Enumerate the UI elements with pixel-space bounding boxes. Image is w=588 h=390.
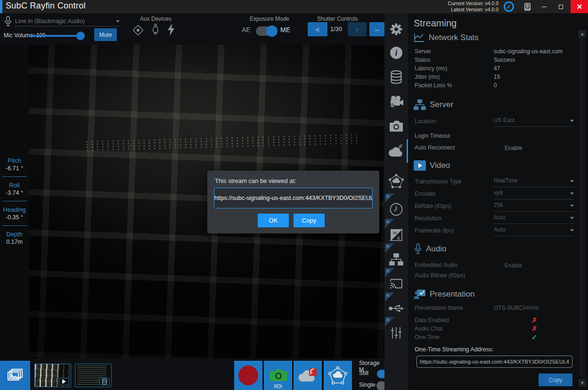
chevron-down-icon bbox=[570, 192, 574, 195]
panel-copy-button[interactable]: Copy bbox=[539, 373, 572, 386]
flag-label: Audio Chat bbox=[415, 325, 442, 332]
green-camera-icon bbox=[269, 369, 287, 382]
divider bbox=[2, 225, 27, 226]
one-time-check-icon: ✓ bbox=[531, 333, 538, 341]
audio-heading: Audio bbox=[414, 243, 446, 255]
update-check-icon[interactable]: ✓ bbox=[504, 1, 514, 12]
embedded-audio-label: Embedded Audio bbox=[415, 262, 457, 268]
sidebar-item-adjustments[interactable]: R bbox=[384, 321, 408, 345]
network-stats-heading: Network Stats bbox=[414, 33, 479, 42]
enable-label: Enable bbox=[505, 145, 522, 151]
chevron-down-icon bbox=[570, 120, 574, 122]
enable-label: Enable bbox=[505, 262, 522, 269]
title-accent bbox=[0, 0, 2, 13]
mic-volume-slider[interactable] bbox=[29, 35, 82, 37]
panel-title: Streaming bbox=[414, 18, 457, 29]
mic-volume-knob[interactable] bbox=[76, 32, 85, 40]
record-button[interactable] bbox=[234, 361, 262, 390]
dialog-url-field[interactable] bbox=[214, 188, 373, 208]
audio-input-underline bbox=[14, 26, 122, 26]
stream-cloud-button[interactable] bbox=[294, 361, 322, 390]
stat-value: Success bbox=[494, 57, 515, 63]
sidebar-item-storage[interactable] bbox=[384, 65, 408, 90]
video-row-select[interactable]: RealTime bbox=[494, 177, 518, 184]
gallery-icon bbox=[7, 368, 23, 382]
line-chart-icon bbox=[414, 33, 425, 42]
maximize-button[interactable] bbox=[554, 0, 568, 13]
sidebar-item-streaming[interactable] bbox=[384, 139, 408, 163]
chevron-down-icon bbox=[570, 205, 574, 207]
strobe-icon[interactable] bbox=[167, 24, 175, 38]
capture-still-button[interactable]: RDI bbox=[264, 361, 292, 390]
latest-version: Latest Version: v4.0.0 bbox=[448, 7, 498, 13]
dialog-ok-button[interactable]: OK bbox=[258, 214, 289, 227]
scroll-up-icon[interactable]: ▲ bbox=[579, 30, 586, 38]
cast-icon bbox=[389, 278, 403, 290]
flag-label: One-Time bbox=[415, 334, 440, 340]
one-time-address-field[interactable] bbox=[416, 356, 572, 368]
log-book-icon[interactable] bbox=[520, 0, 534, 13]
presentation-name-label: Presentation Name bbox=[415, 305, 463, 311]
shutter-prev-button[interactable]: < bbox=[308, 22, 327, 36]
telemetry-depth: Depth 0.17m bbox=[0, 231, 29, 245]
sidebar-item-info[interactable]: i bbox=[384, 41, 408, 65]
aux-devices-label: Aux Devices bbox=[140, 16, 172, 22]
log-thumbnail[interactable] bbox=[75, 364, 112, 387]
sidebar-item-overlay[interactable] bbox=[384, 169, 408, 193]
storage-mode-group: Storage M Still Single bbox=[359, 360, 384, 373]
video-row-label: Resolution bbox=[415, 215, 441, 222]
dropdown-underline bbox=[494, 187, 574, 187]
version-info: Current Version: v4.0.0 Latest Version: … bbox=[448, 0, 498, 13]
audio-chat-x-icon: ✗ bbox=[531, 324, 538, 333]
auto-reconnect-label: Auto Reconnect bbox=[415, 144, 455, 151]
video-row-select[interactable]: vp9 bbox=[494, 190, 503, 196]
scroll-down-icon[interactable]: ▼ bbox=[579, 379, 586, 387]
pentagon-cloud-icon bbox=[328, 366, 347, 384]
sidebar-item-clock[interactable]: R bbox=[384, 197, 408, 222]
chevron-down-icon bbox=[570, 180, 574, 183]
video-row-select[interactable]: Auto bbox=[494, 226, 506, 233]
database-icon bbox=[99, 378, 110, 385]
video-row-label: Encoder bbox=[415, 191, 436, 197]
mute-button[interactable]: Mute bbox=[94, 28, 117, 41]
divider bbox=[2, 201, 27, 201]
panel-scrollbar[interactable]: ▲ ▼ bbox=[579, 30, 586, 387]
dialog-copy-button[interactable]: Copy bbox=[294, 214, 325, 227]
svg-text:W: W bbox=[393, 231, 397, 235]
scrollbar-track[interactable] bbox=[580, 39, 585, 377]
shutter-next-button[interactable]: > bbox=[348, 22, 367, 36]
shutter-minus-button[interactable]: – bbox=[369, 22, 384, 36]
gallery-button[interactable] bbox=[0, 361, 30, 390]
sidebar-item-camera[interactable] bbox=[384, 114, 408, 139]
streaming-cloud-icon bbox=[388, 144, 404, 158]
maximize-icon bbox=[559, 5, 563, 9]
stat-label: Jitter (ms) bbox=[415, 74, 440, 80]
sidebar-item-video-settings[interactable] bbox=[384, 90, 408, 114]
top-toolbar: Line In (Blackmagic Audio) Mic Volume: 1… bbox=[0, 13, 384, 45]
title-bar: SubC Rayfin Control Current Version: v4.… bbox=[0, 0, 588, 13]
microphone-icon bbox=[4, 16, 12, 28]
video-row-select[interactable]: 256 bbox=[494, 202, 503, 208]
flag-label: Data Enabled bbox=[415, 317, 449, 324]
audio-input-select[interactable]: Line In (Blackmagic Audio) bbox=[15, 18, 85, 25]
remote-badge: R bbox=[385, 243, 394, 253]
remote-badge: R bbox=[385, 292, 394, 302]
stat-label: Latency (ms) bbox=[415, 65, 447, 72]
svg-text:B: B bbox=[397, 236, 400, 241]
clock-icon bbox=[389, 202, 403, 216]
minimize-button[interactable] bbox=[537, 0, 551, 13]
sidebar-item-settings[interactable] bbox=[384, 17, 408, 41]
address-label: One-Time Streaming Address: bbox=[415, 346, 494, 353]
cine-camera-gear-icon bbox=[389, 95, 404, 108]
shutter-value: 1/30 bbox=[330, 25, 342, 33]
video-row-select[interactable]: Auto bbox=[494, 214, 506, 221]
cloud-stream-icon bbox=[298, 367, 318, 383]
close-button[interactable] bbox=[571, 0, 588, 13]
laser-icon[interactable] bbox=[132, 25, 144, 38]
dropdown-underline bbox=[494, 211, 574, 212]
lamp-icon[interactable] bbox=[151, 24, 160, 38]
exposure-mode-toggle[interactable] bbox=[256, 26, 277, 36]
location-select[interactable]: US East bbox=[494, 117, 514, 124]
overlay-network-button[interactable] bbox=[324, 361, 352, 390]
video-thumbnail[interactable] bbox=[34, 364, 71, 387]
